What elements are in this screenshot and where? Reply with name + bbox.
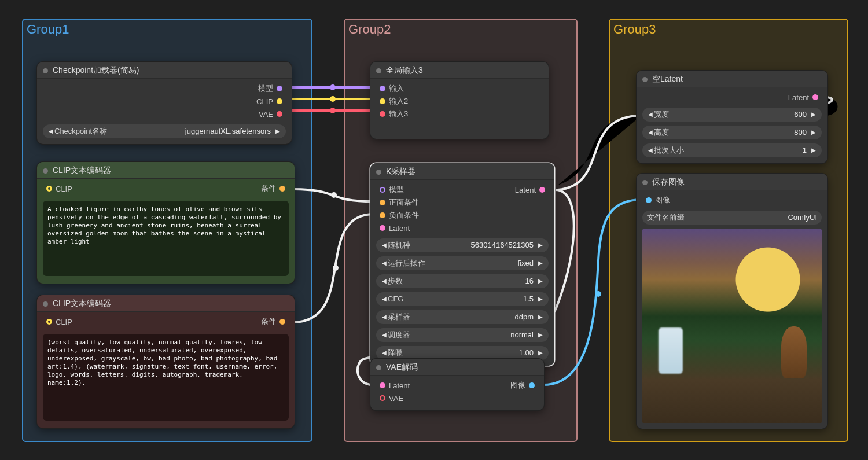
output-image[interactable]: 图像 (457, 379, 538, 392)
sampler-widget[interactable]: ◀采样器ddpm▶ (376, 310, 549, 324)
port-clip-icon (277, 98, 282, 104)
node-checkpoint-loader[interactable]: Checkpoint加载器(简易) 模型 CLIP VAE ◀ Checkpoi… (37, 62, 292, 144)
group-title: Group2 (348, 22, 391, 37)
input-latent[interactable]: Latent (376, 379, 457, 392)
svg-point-2 (330, 108, 336, 113)
scheduler-widget[interactable]: ◀调度器normal▶ (376, 328, 549, 342)
node-clip-text-encode-negative[interactable]: CLIP文本编码器 CLIP 条件 (37, 295, 295, 428)
port-icon (380, 86, 385, 91)
port-conditioning-icon (279, 319, 285, 325)
positive-prompt-textarea[interactable] (43, 201, 289, 276)
node-title: Checkpoint加载器(简易) (37, 62, 292, 79)
batch-widget[interactable]: ◀批次大小1▶ (642, 143, 822, 157)
input-2[interactable]: 输入2 (376, 95, 543, 108)
negative-prompt-textarea[interactable] (43, 334, 289, 421)
svg-point-0 (330, 84, 336, 90)
node-title: 空Latent (637, 71, 827, 87)
node-title: 保存图像 (637, 174, 827, 190)
port-clip-icon (46, 186, 52, 192)
chevron-left-icon: ◀ (47, 124, 54, 138)
after-generate-widget[interactable]: ◀运行后操作fixed▶ (376, 256, 549, 270)
port-model-icon (380, 187, 385, 193)
input-latent[interactable]: Latent (376, 222, 549, 234)
denoise-widget[interactable]: ◀降噪1.00▶ (376, 346, 549, 360)
filename-prefix-widget[interactable]: 文件名前缀ComfyUI (642, 211, 822, 225)
checkpoint-name-selector[interactable]: ◀ Checkpoint名称 juggernautXL.safetensors … (43, 124, 286, 138)
node-save-image[interactable]: 保存图像 图像 文件名前缀ComfyUI (637, 174, 827, 429)
port-latent-icon (812, 94, 818, 100)
input-3[interactable]: 输入3 (376, 108, 543, 120)
port-conditioning-icon (279, 186, 285, 192)
port-image-icon (646, 197, 652, 203)
node-title: 全局输入3 (370, 62, 549, 79)
input-positive[interactable]: 正面条件 (376, 196, 549, 209)
chevron-right-icon: ▶ (274, 124, 281, 138)
input-vae[interactable]: VAE (376, 392, 538, 404)
node-title: VAE解码 (370, 359, 544, 376)
output-latent[interactable]: Latent (732, 91, 822, 104)
svg-point-3 (331, 192, 337, 198)
node-empty-latent[interactable]: 空Latent Latent ◀宽度600▶ ◀高度800▶ ◀批次大小1▶ (637, 71, 827, 163)
port-latent-icon (539, 187, 545, 193)
port-vae-icon (380, 395, 385, 401)
port-image-icon (529, 382, 535, 388)
svg-point-1 (330, 96, 336, 102)
port-icon (380, 98, 385, 104)
node-title: K采样器 (370, 163, 554, 180)
height-widget[interactable]: ◀高度800▶ (642, 126, 822, 139)
output-image-preview[interactable] (642, 229, 822, 423)
steps-widget[interactable]: ◀步数16▶ (376, 274, 549, 288)
port-icon (380, 111, 385, 117)
input-clip[interactable]: CLIP (43, 182, 166, 195)
node-title: CLIP文本编码器 (37, 295, 295, 312)
output-vae[interactable]: VAE (164, 108, 286, 120)
port-latent-icon (380, 225, 385, 231)
output-latent[interactable]: Latent (462, 183, 549, 196)
input-model[interactable]: 模型 (376, 183, 462, 196)
port-clip-icon (46, 319, 52, 325)
input-negative[interactable]: 负面条件 (376, 209, 549, 222)
width-widget[interactable]: ◀宽度600▶ (642, 108, 822, 122)
output-clip[interactable]: CLIP (164, 95, 286, 108)
input-image[interactable]: 图像 (642, 194, 822, 207)
port-model-icon (277, 86, 282, 91)
output-conditioning[interactable]: 条件 (166, 315, 289, 328)
input-clip[interactable]: CLIP (43, 315, 166, 328)
output-model[interactable]: 模型 (164, 82, 286, 95)
cfg-widget[interactable]: ◀CFG1.5▶ (376, 292, 549, 306)
node-global-inputs[interactable]: 全局输入3 输入 输入2 输入3 (370, 62, 549, 139)
input-1[interactable]: 输入 (376, 82, 543, 95)
seed-widget[interactable]: ◀随机种563014164521305▶ (376, 238, 549, 252)
node-canvas[interactable]: Group1 Group2 Group3 Checkpoint加载器(简易) 模… (0, 0, 868, 460)
port-vae-icon (277, 111, 282, 117)
svg-point-5 (595, 291, 601, 297)
port-conditioning-icon (380, 200, 385, 205)
port-conditioning-icon (380, 212, 385, 218)
svg-point-4 (333, 265, 339, 271)
output-conditioning[interactable]: 条件 (166, 182, 289, 195)
node-vae-decode[interactable]: VAE解码 Latent 图像 VAE (370, 359, 544, 410)
group-title: Group1 (27, 22, 69, 37)
node-ksampler[interactable]: K采样器 模型 Latent 正面条件 负面条件 Latent ◀随机种5630… (370, 163, 554, 366)
port-latent-icon (380, 382, 385, 388)
node-title: CLIP文本编码器 (37, 162, 295, 179)
node-clip-text-encode-positive[interactable]: CLIP文本编码器 CLIP 条件 (37, 162, 295, 284)
group-title: Group3 (613, 22, 656, 37)
